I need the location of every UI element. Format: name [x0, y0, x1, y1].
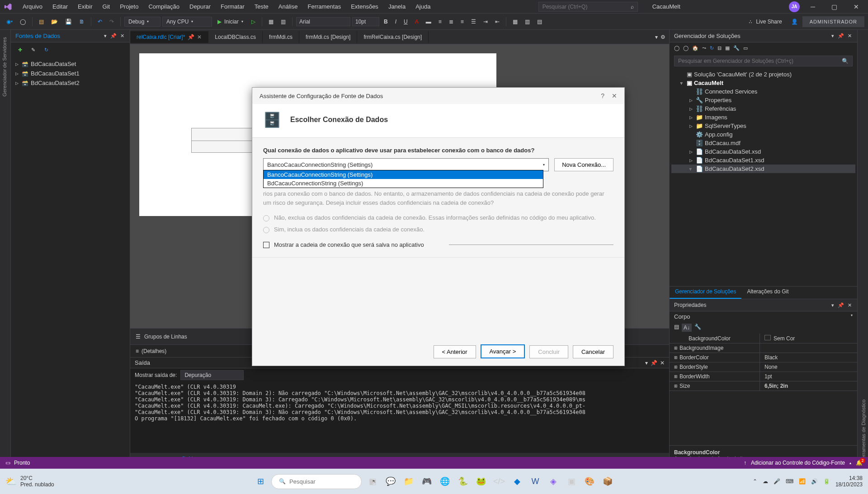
- new-connection-button[interactable]: Nova Conexão...: [554, 158, 613, 171]
- list-button[interactable]: ☰: [468, 17, 479, 27]
- solution-tree-item[interactable]: ▿📄BdCacauDataSet2.xsd: [671, 165, 855, 173]
- props-dropdown-icon[interactable]: ▾: [830, 302, 835, 308]
- menu-janela[interactable]: Janela: [384, 1, 410, 12]
- app-icon-5[interactable]: 📦: [600, 474, 615, 489]
- app-icon-1[interactable]: 🎮: [420, 474, 434, 489]
- source-control-up-icon[interactable]: ↑: [744, 460, 746, 466]
- solution-tree-item[interactable]: ▿▣CacauMelt: [671, 79, 855, 87]
- bg-color-button[interactable]: ▬: [423, 17, 434, 27]
- solution-tree-item[interactable]: ▷📁SqlServerTypes: [671, 122, 855, 130]
- cancel-button[interactable]: Cancelar: [573, 345, 613, 358]
- prop-pages-icon[interactable]: 🔧: [694, 324, 701, 332]
- save-button[interactable]: 💾: [62, 17, 75, 27]
- word-icon[interactable]: W: [528, 474, 542, 489]
- save-all-button[interactable]: 🗎: [76, 17, 87, 27]
- dialog-help-icon[interactable]: ?: [601, 92, 604, 99]
- previous-button[interactable]: < Anterior: [434, 345, 476, 358]
- next-button[interactable]: Avançar >: [481, 344, 525, 358]
- app-icon-2[interactable]: 🐍: [456, 474, 470, 489]
- output-text[interactable]: "CacauMelt.exe" (CLR v4.0.30319 "CacauMe…: [130, 382, 669, 453]
- start-no-debug-button[interactable]: ▷: [249, 17, 258, 27]
- open-button[interactable]: 📂: [48, 17, 61, 27]
- property-row[interactable]: ⊞BorderStyleNone: [670, 362, 857, 372]
- language-indicator[interactable]: ⌨: [786, 478, 793, 485]
- feedback-button[interactable]: 👤: [788, 17, 801, 27]
- dropdown-option[interactable]: BancoCacauConnectionString (Settings): [264, 170, 543, 179]
- menu-análise[interactable]: Análise: [274, 1, 302, 12]
- taskbar-search-input[interactable]: [289, 478, 365, 485]
- battery-icon[interactable]: 🔋: [823, 478, 830, 485]
- terminal-icon[interactable]: ▣: [564, 474, 579, 489]
- solution-tree-item[interactable]: ▷📁Imagens: [671, 113, 855, 122]
- editor-tab[interactable]: frmRelCaixa.cs [Design]: [357, 31, 429, 43]
- output-filter-dropdown[interactable]: Depuração: [180, 370, 244, 380]
- menu-ajuda[interactable]: Ajuda: [411, 1, 435, 12]
- solution-search[interactable]: 🔍: [674, 56, 853, 66]
- output-close-icon[interactable]: ✕: [660, 360, 665, 366]
- start-button[interactable]: ⊞: [253, 474, 268, 489]
- font-family-select[interactable]: Arial: [296, 17, 350, 26]
- live-share-button[interactable]: ⛬ Live Share: [743, 17, 786, 27]
- close-button[interactable]: ✕: [848, 0, 864, 14]
- chat-icon[interactable]: 💬: [383, 474, 398, 489]
- prop-alpha-icon[interactable]: A↓: [682, 324, 692, 332]
- align-left-button[interactable]: ≡: [436, 17, 444, 27]
- sol-sync-icon[interactable]: ⤳: [702, 45, 706, 51]
- menu-arquivo[interactable]: Arquivo: [18, 1, 47, 12]
- menu-teste[interactable]: Teste: [250, 1, 273, 12]
- tab-close-icon[interactable]: ✕: [197, 34, 202, 40]
- menu-extensões[interactable]: Extensões: [346, 1, 383, 12]
- editor-tab[interactable]: LocalDBClass.cs: [208, 31, 263, 43]
- property-row[interactable]: BackgroundColorSem Cor: [670, 334, 857, 343]
- solution-tree-item[interactable]: ▷📄BdCacauDataSet.xsd: [671, 147, 855, 156]
- forward-button[interactable]: ◯: [17, 17, 28, 27]
- sol-close-icon[interactable]: ✕: [847, 33, 853, 39]
- bold-button[interactable]: B: [381, 17, 391, 27]
- platform-dropdown[interactable]: Any CPU▾: [162, 17, 212, 27]
- minimize-button[interactable]: ─: [805, 0, 821, 14]
- datasource-item[interactable]: ▷🗃️BdCacauDataSet: [13, 59, 128, 69]
- menu-exibir[interactable]: Exibir: [73, 1, 97, 12]
- align-right-button[interactable]: ≡: [458, 17, 467, 27]
- tool-icon-1[interactable]: ▦: [266, 17, 276, 27]
- tab-pin-icon[interactable]: 📌: [188, 34, 194, 40]
- show-connection-string-checkbox[interactable]: [263, 242, 269, 248]
- sol-showall-icon[interactable]: ▦: [725, 45, 730, 51]
- solution-tree-item[interactable]: ▷📄BdCacauDataSet1.xsd: [671, 156, 855, 165]
- font-color-button[interactable]: A: [412, 17, 421, 27]
- props-pin-icon[interactable]: 📌: [837, 302, 845, 308]
- solution-tree-item[interactable]: ▣Solução 'CacauMelt' (2 de 2 projetos): [671, 70, 855, 79]
- clock[interactable]: 14:38 18/10/2023: [835, 475, 863, 488]
- layout-icon-2[interactable]: ▥: [522, 17, 533, 27]
- menu-git[interactable]: Git: [98, 1, 115, 12]
- app-icon-3[interactable]: 🐸: [474, 474, 488, 489]
- menu-projeto[interactable]: Projeto: [115, 1, 143, 12]
- sol-back-icon[interactable]: ◯: [674, 45, 679, 51]
- connection-dropdown[interactable]: BancoCacauConnectionString (Settings) ▾: [263, 158, 549, 171]
- mic-icon[interactable]: 🎤: [774, 478, 780, 485]
- source-control-button[interactable]: Adicionar ao Controle do Código-Fonte: [751, 460, 845, 466]
- menu-depurar[interactable]: Depurar: [185, 1, 215, 12]
- dropdown-option[interactable]: BdCacauConnectionString (Settings): [264, 179, 543, 188]
- align-center-button[interactable]: ≣: [446, 17, 456, 27]
- output-pin-icon[interactable]: 📌: [651, 360, 657, 366]
- sol-preview-icon[interactable]: ▭: [743, 45, 748, 51]
- props-close-icon[interactable]: ✕: [847, 302, 853, 308]
- volume-icon[interactable]: 🔊: [811, 478, 818, 485]
- prop-categorized-icon[interactable]: ▤: [674, 324, 679, 332]
- sol-collapse-icon[interactable]: ⊟: [717, 45, 722, 51]
- underline-button[interactable]: U: [401, 17, 410, 27]
- solution-tree-item[interactable]: 🗄️BdCacau.mdf: [671, 139, 855, 147]
- start-debug-button[interactable]: ▶Iniciar▾: [214, 17, 247, 27]
- config-dropdown[interactable]: Debug▾: [124, 17, 160, 27]
- wifi-icon[interactable]: 📶: [799, 478, 806, 485]
- font-size-select[interactable]: 10pt: [352, 17, 379, 26]
- menu-editar[interactable]: Editar: [48, 1, 72, 12]
- dialog-close-icon[interactable]: ✕: [612, 92, 617, 99]
- edit-datasource-icon[interactable]: ✎: [28, 45, 38, 55]
- add-datasource-icon[interactable]: ✚: [15, 45, 25, 55]
- solution-search-input[interactable]: [678, 58, 842, 64]
- panel-pin-icon[interactable]: 📌: [109, 33, 118, 39]
- solution-tree-item[interactable]: ▷🔧Properties: [671, 96, 855, 104]
- sol-refresh-icon[interactable]: ↻: [710, 45, 714, 51]
